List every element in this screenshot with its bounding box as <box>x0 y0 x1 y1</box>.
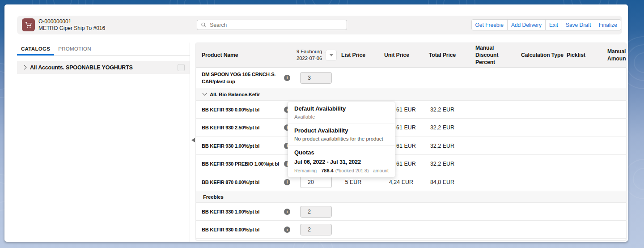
table-row: BB KEFIR 330 1.00%/pt bl i <box>196 203 626 221</box>
quantity-input <box>300 206 332 218</box>
table-header-row: Product Name 9 Faubourg ... 2022-07-06 L… <box>196 43 626 68</box>
sidebar-tabs: CATALOGS PROMOTION <box>17 43 190 56</box>
list-price: 5 EUR <box>333 179 373 185</box>
order-window: O-000000001 METRO Giper Ship To #016 Get… <box>4 4 628 242</box>
search-input[interactable] <box>209 21 343 29</box>
info-icon[interactable]: i <box>284 75 290 81</box>
catalog-checkbox[interactable] <box>178 64 185 71</box>
action-button-group: Get Freebie Add Delivery Exit Save Draft… <box>471 19 621 30</box>
collapse-sidebar-handle[interactable] <box>191 138 195 142</box>
catalog-group-row[interactable]: All Accounts. SPOONABLE YOGHURTS <box>17 61 190 74</box>
unit-price: 4,24 EUR <box>373 179 420 185</box>
chevron-down-icon <box>330 54 333 56</box>
total-price: 32,2 EUR <box>420 143 465 149</box>
quantity-input <box>300 72 332 84</box>
total-price: 84,8 EUR <box>420 179 465 185</box>
save-draft-button[interactable]: Save Draft <box>562 19 595 30</box>
total-price: 32,2 EUR <box>420 107 465 113</box>
product-availability-title: Product Availability <box>294 127 389 134</box>
quantity-input[interactable] <box>300 176 332 188</box>
catalog-group-label: All Accounts. SPOONABLE YOGHURTS <box>30 64 133 71</box>
col-manual-discount: Manual Discount Percent <box>465 44 515 66</box>
products-table: Product Name 9 Faubourg ... 2022-07-06 L… <box>195 43 627 240</box>
quota-booked-note: (*booked 201.8) <box>335 168 369 173</box>
default-availability-value: Available <box>294 114 389 120</box>
cart-icon <box>22 18 35 31</box>
product-name: BB KEFIR 930 2.50%/pt bl <box>196 124 284 131</box>
delivery-date: 2022-07-06 <box>297 55 328 62</box>
quota-remaining-value: 786.4 <box>321 168 334 173</box>
info-icon[interactable]: i <box>284 227 290 233</box>
product-name: DM SPOON YOG 105 CRNCH-S-CAR/plast cup <box>196 71 284 85</box>
table-row: DM SPOON YOG 105 CRNCH-S-CAR/plast cup i <box>196 68 626 88</box>
info-icon[interactable]: i <box>284 209 290 215</box>
add-delivery-button[interactable]: Add Delivery <box>507 19 546 30</box>
chevron-right-icon[interactable] <box>22 65 27 70</box>
product-availability-section: Product Availability No product availabi… <box>288 124 395 146</box>
quota-unit-label: amount <box>373 168 389 173</box>
group-label: All. Bio Balance.Kefir <box>210 92 260 97</box>
delivery-address: 9 Faubourg ... <box>297 48 328 55</box>
col-manual-amount: Manual Amount <box>606 48 627 62</box>
col-product-name: Product Name <box>196 51 284 59</box>
product-name: BB KEFIR 330 1.00%/pt bl <box>196 208 284 215</box>
col-unit-price: Unit Price <box>373 51 420 59</box>
tab-promotion[interactable]: PROMOTION <box>54 43 95 55</box>
account-name: METRO Giper Ship To #016 <box>38 25 105 32</box>
product-name: BB KEFIR 930 0.00%/pt bl <box>196 106 284 113</box>
default-availability-title: Default Availability <box>294 105 389 112</box>
search-icon <box>201 22 206 28</box>
exit-button[interactable]: Exit <box>545 19 562 30</box>
total-price: 32,2 EUR <box>420 161 465 167</box>
product-name: BB KEFIR 930 0.00%/pt bl <box>196 226 284 233</box>
quotas-section: Quotas Jul 06, 2022 - Jul 31, 2022 Remai… <box>288 146 395 177</box>
quantity-input <box>300 224 332 235</box>
group-label: Freebies <box>203 194 224 200</box>
info-icon[interactable]: i <box>284 179 290 185</box>
delivery-dropdown-button[interactable] <box>326 50 336 60</box>
table-row: BB KEFIR 930 PREBIO 1.00%/pt bl i 61 EUR… <box>196 155 626 173</box>
table-row: BB KEFIR 930 0.00%/pt bl i 61 EUR 32,2 E… <box>196 101 626 119</box>
group-row: Freebies <box>196 191 626 203</box>
quota-period: Jul 06, 2022 - Jul 31, 2022 <box>294 159 389 165</box>
product-availability-value: No product availabilities for the produc… <box>294 136 389 142</box>
table-row: BB KEFIR 930 0.00%/pt bl i <box>196 221 626 239</box>
finalize-button[interactable]: Finalize <box>595 19 621 30</box>
col-delivery-date: 9 Faubourg ... 2022-07-06 <box>294 43 333 67</box>
search-input-wrapper <box>197 20 347 30</box>
col-list-price: List Price <box>333 51 373 59</box>
default-availability-section: Default Availability Available <box>288 102 395 124</box>
table-row: BB KEFIR 930 1.00%/pt bl i 61 EUR 32,2 E… <box>196 137 626 155</box>
col-total-price: Total Price <box>420 51 465 59</box>
col-calculation-type: Calculation Type <box>515 51 561 59</box>
product-name: BB KEFIR 930 PREBIO 1.00%/pt bl <box>196 160 284 167</box>
tab-catalogs[interactable]: CATALOGS <box>17 43 54 55</box>
total-price: 32,2 EUR <box>420 124 465 131</box>
product-name: BB KEFIR 870 0.00%/pt bl <box>196 179 284 186</box>
product-name: BB KEFIR 930 1.00%/pt bl <box>196 142 284 150</box>
get-freebie-button[interactable]: Get Freebie <box>471 19 508 30</box>
quotas-title: Quotas <box>294 149 389 156</box>
order-header-bar: O-000000001 METRO Giper Ship To #016 Get… <box>17 16 622 34</box>
chevron-down-icon <box>203 91 207 96</box>
availability-tooltip: Default Availability Available Product A… <box>288 102 395 177</box>
group-row[interactable]: All. Bio Balance.Kefir <box>196 88 626 101</box>
order-number: O-000000001 <box>38 18 105 25</box>
col-picklist: Picklist <box>561 51 606 59</box>
quota-remaining-label: Remaining <box>294 168 317 173</box>
table-row: BB KEFIR 870 0.00%/pt bl i 5 EUR 4,24 EU… <box>196 173 626 191</box>
table-row: BB KEFIR 930 2.50%/pt bl i 61 EUR 32,2 E… <box>196 119 626 137</box>
sidebar-divider <box>190 43 190 242</box>
